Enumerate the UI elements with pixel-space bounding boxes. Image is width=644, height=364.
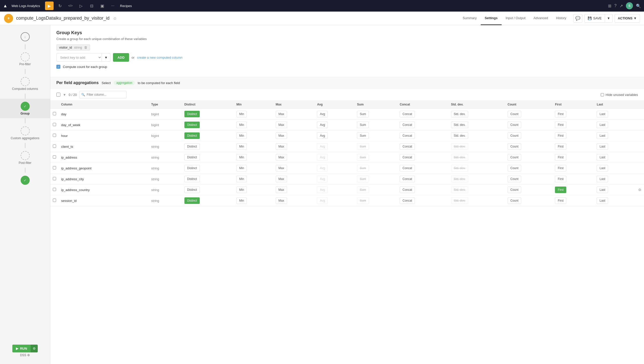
- distinct-button[interactable]: Distinct: [184, 143, 200, 150]
- tab-history[interactable]: History: [552, 12, 570, 25]
- last-button[interactable]: Last: [597, 143, 608, 150]
- concat-button[interactable]: Concat: [400, 197, 415, 204]
- row-checkbox[interactable]: [53, 155, 56, 159]
- min-button[interactable]: Min: [236, 143, 247, 150]
- distinct-button[interactable]: Distinct: [184, 176, 200, 182]
- count-button[interactable]: Count: [508, 132, 521, 139]
- max-button[interactable]: Max: [276, 143, 287, 150]
- help-icon[interactable]: ?: [614, 4, 617, 8]
- concat-button[interactable]: Concat: [400, 176, 415, 182]
- sidebar-item-prefilter[interactable]: Pre-filter: [0, 49, 50, 69]
- count-button[interactable]: Count: [508, 154, 521, 161]
- row-checkbox[interactable]: [53, 123, 56, 126]
- concat-button[interactable]: Concat: [400, 154, 415, 161]
- compute-count-checkbox[interactable]: [56, 65, 60, 69]
- mode-icon-active[interactable]: ▶: [45, 2, 54, 10]
- min-button[interactable]: Min: [236, 111, 247, 117]
- min-button[interactable]: Min: [236, 122, 247, 128]
- sum-button[interactable]: Sum: [357, 122, 369, 128]
- concat-button[interactable]: Concat: [400, 143, 415, 150]
- sidebar-item-input[interactable]: ↓: [0, 29, 50, 44]
- filter-input[interactable]: [79, 91, 127, 98]
- row-checkbox[interactable]: [53, 199, 56, 202]
- row-checkbox[interactable]: [53, 166, 56, 169]
- user-avatar[interactable]: S: [626, 2, 633, 9]
- count-button[interactable]: Count: [508, 143, 521, 150]
- min-button[interactable]: Min: [236, 176, 247, 182]
- sum-button[interactable]: Sum: [357, 132, 369, 139]
- first-button[interactable]: First: [555, 143, 566, 150]
- row-checkbox[interactable]: [53, 144, 56, 148]
- grid-icon[interactable]: ⊞: [608, 4, 611, 8]
- tab-advanced[interactable]: Advanced: [530, 12, 552, 25]
- refresh-icon[interactable]: ↻: [56, 2, 64, 10]
- select-key-dropdown[interactable]: Select key to add: [56, 53, 102, 62]
- first-button[interactable]: First: [555, 111, 566, 117]
- stddev-button[interactable]: Std. dev.: [451, 111, 468, 117]
- concat-button[interactable]: Concat: [400, 132, 415, 139]
- concat-button[interactable]: Concat: [400, 122, 415, 128]
- row-checkbox[interactable]: [53, 134, 56, 137]
- last-button[interactable]: Last: [597, 132, 608, 139]
- last-button[interactable]: Last: [597, 176, 608, 182]
- distinct-button[interactable]: Distinct: [184, 165, 200, 171]
- sum-button[interactable]: Sum: [357, 111, 369, 117]
- count-button[interactable]: Count: [508, 122, 521, 128]
- row-checkbox[interactable]: [53, 112, 56, 115]
- add-key-button[interactable]: ADD: [113, 53, 129, 62]
- last-button[interactable]: Last: [597, 154, 608, 161]
- concat-button[interactable]: Concat: [400, 187, 415, 193]
- first-button[interactable]: First: [555, 132, 566, 139]
- sidebar-item-output[interactable]: ✓: [0, 173, 50, 188]
- dss-settings-icon[interactable]: ⚙: [27, 353, 30, 357]
- max-button[interactable]: Max: [276, 122, 287, 128]
- avg-button[interactable]: Avg: [317, 122, 328, 128]
- min-button[interactable]: Min: [236, 154, 247, 161]
- distinct-button[interactable]: Distinct: [184, 132, 200, 139]
- max-button[interactable]: Max: [276, 176, 287, 182]
- monitor-icon[interactable]: ▣: [98, 2, 106, 10]
- tab-settings[interactable]: Settings: [481, 12, 502, 25]
- sidebar-item-group[interactable]: ✓ Group: [0, 99, 50, 118]
- save-dropdown-button[interactable]: ▼: [605, 14, 613, 23]
- first-button[interactable]: First: [555, 165, 566, 171]
- max-button[interactable]: Max: [276, 165, 287, 171]
- create-computed-column-link[interactable]: create a new computed column: [137, 56, 183, 59]
- first-button[interactable]: First: [555, 176, 566, 182]
- run-button[interactable]: ▶ RUN: [12, 345, 30, 352]
- first-button[interactable]: First: [555, 122, 566, 128]
- row-checkbox[interactable]: [53, 177, 56, 180]
- first-button[interactable]: First: [555, 154, 566, 161]
- select-dropdown-icon[interactable]: ▼: [63, 93, 66, 97]
- avg-button[interactable]: Avg: [317, 111, 328, 117]
- sidebar-item-custom-agg[interactable]: Custom aggregations: [0, 123, 50, 143]
- key-delete-button[interactable]: 🗑: [84, 46, 87, 49]
- min-button[interactable]: Min: [236, 132, 247, 139]
- stddev-button[interactable]: Std. dev.: [451, 132, 468, 139]
- tab-input-output[interactable]: Input / Output: [502, 12, 530, 25]
- count-button[interactable]: Count: [508, 111, 521, 117]
- actions-button[interactable]: ACTIONS ▼: [615, 14, 640, 23]
- save-button[interactable]: 💾 SAVE: [584, 14, 605, 23]
- min-button[interactable]: Min: [236, 165, 247, 171]
- count-button[interactable]: Count: [508, 197, 521, 204]
- max-button[interactable]: Max: [276, 111, 287, 117]
- last-button[interactable]: Last: [597, 187, 608, 193]
- code-icon[interactable]: </>: [66, 2, 75, 10]
- count-button[interactable]: Count: [508, 187, 521, 193]
- last-button[interactable]: Last: [597, 165, 608, 171]
- max-button[interactable]: Max: [276, 132, 287, 139]
- last-button[interactable]: Last: [597, 111, 608, 117]
- search-icon[interactable]: 🔍: [636, 4, 641, 8]
- distinct-button[interactable]: Distinct: [184, 111, 200, 117]
- max-button[interactable]: Max: [276, 154, 287, 161]
- trending-icon[interactable]: ↗: [620, 4, 623, 8]
- distinct-button[interactable]: Distinct: [184, 154, 200, 161]
- play-icon[interactable]: ▷: [77, 2, 85, 10]
- concat-button[interactable]: Concat: [400, 111, 415, 117]
- select-all-checkbox[interactable]: [56, 93, 60, 97]
- first-button[interactable]: First: [555, 187, 566, 193]
- count-button[interactable]: Count: [508, 165, 521, 171]
- hide-unused-checkbox[interactable]: [601, 93, 604, 96]
- distinct-button[interactable]: Distinct: [184, 187, 200, 193]
